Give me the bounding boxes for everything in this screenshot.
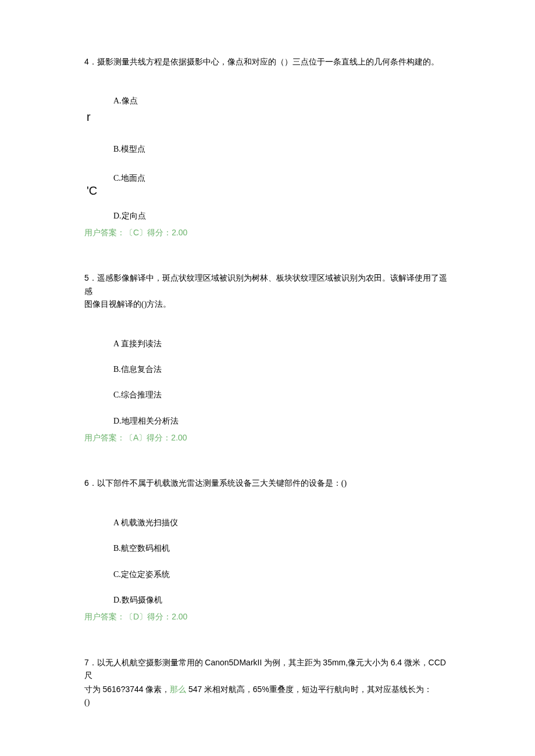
answer-suffix: 〕得分： xyxy=(139,228,172,237)
float-mark-c: 'C xyxy=(87,181,97,200)
q7-p1a: ．以无人机航空摄影测量常用的 xyxy=(89,658,205,667)
question-5-option-b: B.信息复合法 xyxy=(84,363,451,376)
q7-p1e: 像元大小为 xyxy=(348,658,391,667)
q7-p1g: 微米， xyxy=(402,658,429,667)
q7-p1b: Canon5DMarkII xyxy=(205,658,262,667)
question-7: 7．以无人机航空摄影测量常用的 Canon5DMarkII 为例，其主距为 35… xyxy=(84,656,451,710)
q7-p1h: CCD xyxy=(429,658,446,667)
answer-score: 2.00 xyxy=(172,228,187,237)
answer-score: 2.00 xyxy=(171,433,187,442)
question-4-option-c: C.地面点 xyxy=(84,172,451,185)
question-4-number: 4 xyxy=(84,57,89,66)
question-4-answer: 用户答案：〔C〕得分：2.00 xyxy=(84,226,451,239)
question-5-answer: 用户答案：〔A〕得分：2.00 xyxy=(84,431,451,445)
question-6: 6．以下部件不属于机载激光雷达测量系统设备三大关键部件的设备是：() A 机载激… xyxy=(84,476,451,624)
question-4-text: ．摄影测量共线方程是依据摄影中心，像点和对应的（）三点位于一条直线上的几何条件构… xyxy=(89,58,439,66)
question-4: 4．摄影测量共线方程是依据摄影中心，像点和对应的（）三点位于一条直线上的几何条件… xyxy=(84,55,451,239)
q7-p2d: 那么 xyxy=(170,685,186,694)
question-5-option-d: D.地理相关分析法 xyxy=(84,415,451,428)
question-5-number: 5 xyxy=(84,273,89,282)
q7-p2f: 米相对航高， xyxy=(202,685,253,694)
answer-prefix: 用户答案：〔 xyxy=(84,612,133,621)
question-4-option-d: D.定向点 xyxy=(84,210,451,223)
question-5-option-c: C.综合推理法 xyxy=(84,389,451,402)
question-4-option-a: A.像点 xyxy=(84,95,451,108)
question-7-number: 7 xyxy=(84,658,89,667)
q7-p2a: 寸为 xyxy=(84,685,103,694)
question-4-prompt: 4．摄影测量共线方程是依据摄影中心，像点和对应的（）三点位于一条直线上的几何条件… xyxy=(84,55,451,69)
question-5-text-line2: 图像目视解译的()方法。 xyxy=(84,298,451,311)
float-mark-r: r xyxy=(87,108,91,126)
question-5: 5．遥感影像解译中，斑点状纹理区域被识别为树林、板块状纹理区域被识别为农田。该解… xyxy=(84,271,451,445)
q7-p2g: 65% xyxy=(253,685,269,694)
question-6-number: 6 xyxy=(84,478,89,488)
question-5-option-a: A 直接判读法 xyxy=(84,338,451,350)
answer-score: 2.00 xyxy=(172,612,187,621)
answer-prefix: 用户答案：〔 xyxy=(84,228,133,237)
answer-suffix: 〕得分： xyxy=(139,612,172,621)
answer-letter: A xyxy=(133,433,138,442)
q7-p2c: 像素， xyxy=(144,685,170,694)
question-6-prompt: 6．以下部件不属于机载激光雷达测量系统设备三大关键部件的设备是：() xyxy=(84,476,451,490)
question-5-text-line1: ．遥感影像解译中，斑点状纹理区域被识别为树林、板块状纹理区域被识别为农田。该解译… xyxy=(84,274,447,295)
question-6-answer: 用户答案：〔D〕得分：2.00 xyxy=(84,610,451,624)
q7-p3: () xyxy=(84,696,451,709)
answer-prefix: 用户答案：〔 xyxy=(84,433,133,442)
q7-p2h: 重叠度，短边平行航向时，其对应基线长为： xyxy=(269,685,432,694)
answer-letter: D xyxy=(133,612,139,621)
q7-p1f: 6.4 xyxy=(391,658,402,667)
question-7-prompt: 7．以无人机航空摄影测量常用的 Canon5DMarkII 为例，其主距为 35… xyxy=(84,656,451,710)
q7-p2b: 5616?3744 xyxy=(103,685,144,694)
question-6-text: ．以下部件不属于机载激光雷达测量系统设备三大关键部件的设备是：() xyxy=(89,479,347,488)
answer-letter: C xyxy=(133,228,139,237)
question-6-option-c: C.定位定姿系统 xyxy=(84,568,451,581)
question-6-option-d: D.数码摄像机 xyxy=(84,594,451,607)
q7-p2e: 547 xyxy=(186,685,202,694)
question-6-option-a: A 机载激光扫描仪 xyxy=(84,517,451,529)
question-4-option-b: B.模型点 xyxy=(84,143,451,156)
answer-suffix: 〕得分： xyxy=(138,433,171,442)
q7-p1d: 35mm, xyxy=(323,658,348,667)
q7-p1i: 尺 xyxy=(84,671,92,680)
q7-p1c: 为例，其主距为 xyxy=(262,658,323,667)
question-5-prompt: 5．遥感影像解译中，斑点状纹理区域被识别为树林、板块状纹理区域被识别为农田。该解… xyxy=(84,271,451,311)
question-6-option-b: B.航空数码相机 xyxy=(84,542,451,555)
